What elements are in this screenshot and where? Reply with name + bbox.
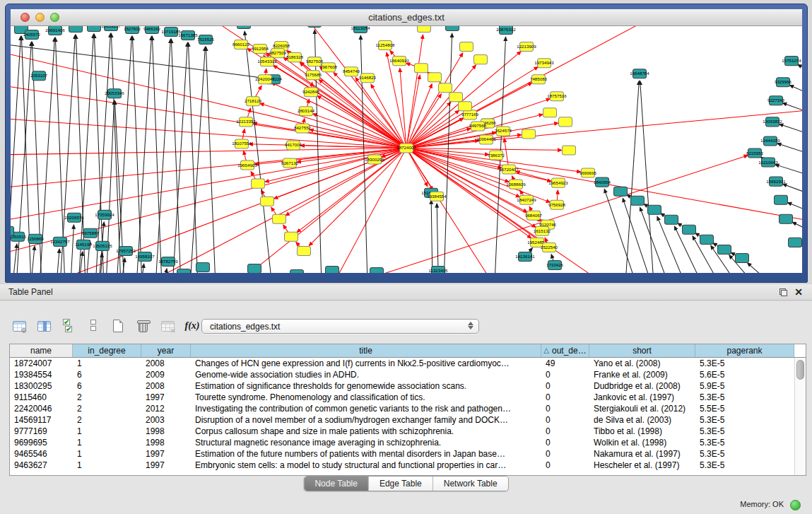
graph-node[interactable] xyxy=(285,232,298,241)
network-graph[interactable]: 2405572206914061065325715276029466162107… xyxy=(11,26,802,273)
tab-node-table[interactable]: Node Table xyxy=(304,477,368,491)
graph-node[interactable] xyxy=(261,197,274,206)
graph-node[interactable]: 18113054 xyxy=(351,26,370,33)
table-row[interactable]: 2242004622012Investigating the contribut… xyxy=(10,403,806,414)
graph-node[interactable]: 9684067 xyxy=(525,211,543,220)
graph-node[interactable] xyxy=(69,26,83,33)
graph-node[interactable]: 9227343 xyxy=(767,96,785,105)
graph-node[interactable]: 11323405 xyxy=(428,266,448,273)
table-row[interactable]: 977716911998Corpus callosum shape and si… xyxy=(10,426,806,437)
graph-node[interactable]: 8660123 xyxy=(233,40,250,49)
graph-node[interactable] xyxy=(563,146,576,155)
graph-node[interactable]: 16210643 xyxy=(758,158,778,167)
graph-node[interactable]: 8454749 xyxy=(343,67,360,76)
graph-node[interactable] xyxy=(439,83,452,93)
graph-node[interactable]: 12213392 xyxy=(236,117,256,127)
graph-node[interactable]: 2967608 xyxy=(320,63,338,72)
graph-node[interactable]: 20206576 xyxy=(64,213,84,222)
graph-node[interactable]: 9329966 xyxy=(775,78,792,87)
graph-node[interactable]: 19654903 xyxy=(237,160,257,170)
table-row[interactable]: 946362711997Embryonic stem cells: a mode… xyxy=(10,460,806,471)
float-panel-button[interactable] xyxy=(775,286,791,298)
graph-node[interactable]: 7485083 xyxy=(530,75,548,84)
graph-node[interactable]: 19654923 xyxy=(548,178,568,187)
graph-node[interactable]: 9417004 xyxy=(285,141,302,150)
graph-node[interactable]: 12093832 xyxy=(763,117,782,127)
column-header-name[interactable]: name xyxy=(10,344,73,357)
graph-node[interactable]: 13505135 xyxy=(93,241,112,250)
table-row[interactable]: 1872400712008Changes of HCN gene express… xyxy=(10,358,806,369)
graph-node[interactable] xyxy=(789,238,802,247)
column-header-title[interactable]: title xyxy=(191,344,541,357)
graph-node[interactable]: 14136141 xyxy=(515,252,535,261)
table-selector-dropdown[interactable]: citations_edges.txt xyxy=(201,319,479,334)
graph-node[interactable]: 10543312 xyxy=(257,57,277,66)
graph-node[interactable]: 19384554 xyxy=(427,192,447,201)
graph-node[interactable] xyxy=(779,214,793,223)
graph-node[interactable]: 15751074 xyxy=(782,57,801,66)
graph-node[interactable]: 9827509 xyxy=(269,49,287,58)
new-column-button[interactable] xyxy=(109,317,127,335)
column-header-pagerank[interactable]: pagerank xyxy=(695,344,794,357)
graph-node[interactable] xyxy=(614,187,628,196)
graph-node[interactable]: 9146823 xyxy=(359,74,377,83)
graph-node[interactable] xyxy=(775,195,788,204)
zoom-window-button[interactable] xyxy=(50,13,59,22)
column-header-year[interactable]: year xyxy=(141,344,191,357)
graph-nodes[interactable]: 2405572206914061065325715276029466162107… xyxy=(11,26,802,273)
graph-node[interactable]: 1145190 xyxy=(75,240,92,249)
clear-selection-button[interactable] xyxy=(84,317,102,335)
scrollbar-thumb[interactable] xyxy=(796,360,804,380)
network-view-window[interactable]: citations_edges.txt 24055722069140610653… xyxy=(5,4,808,283)
graph-node[interactable]: 8186328 xyxy=(286,53,304,62)
graph-node[interactable]: 9497568 xyxy=(469,122,487,131)
graph-node[interactable] xyxy=(326,266,339,273)
graph-node[interactable]: 8267130 xyxy=(281,158,299,168)
minimize-window-button[interactable] xyxy=(35,13,45,22)
graph-node[interactable] xyxy=(177,269,191,273)
graph-node[interactable] xyxy=(237,26,251,29)
network-canvas[interactable]: 2405572206914061065325715276029466162107… xyxy=(11,26,802,273)
table-row[interactable]: 1938455462009Genome-wide association stu… xyxy=(10,369,806,380)
graph-node[interactable] xyxy=(370,267,384,273)
graph-node[interactable]: 7386372 xyxy=(488,151,505,160)
graph-node[interactable] xyxy=(428,73,442,82)
tab-edge-table[interactable]: Edge Table xyxy=(368,477,433,491)
graph-node[interactable]: 1733426 xyxy=(546,260,564,269)
graph-node[interactable]: 10653257 xyxy=(101,26,121,31)
graph-node[interactable] xyxy=(273,214,286,223)
graph-node[interactable]: 9175685 xyxy=(305,71,322,80)
graph-node[interactable]: 15692931 xyxy=(766,177,786,186)
graph-node[interactable] xyxy=(88,26,101,32)
graph-node[interactable] xyxy=(196,262,210,271)
graph-node[interactable]: 2522540 xyxy=(541,243,558,252)
graph-node[interactable]: 9242848 xyxy=(302,88,320,97)
delete-table-button[interactable]: ✕ xyxy=(158,317,177,335)
memory-status-indicator[interactable] xyxy=(790,500,801,510)
graph-node[interactable]: 16640910 xyxy=(389,57,409,66)
select-all-button[interactable]: ✔✔ xyxy=(59,317,78,335)
graph-node[interactable]: 8215953 xyxy=(746,148,764,158)
graph-node[interactable]: 12213909 xyxy=(517,42,536,52)
graph-node[interactable]: 9756928 xyxy=(548,200,566,209)
graph-node[interactable] xyxy=(683,225,696,234)
graph-node[interactable]: 1527602 xyxy=(124,26,141,34)
graph-node[interactable]: 12342757 xyxy=(50,237,70,246)
graph-node[interactable]: 12444159 xyxy=(760,136,780,146)
graph-node[interactable]: 1156869 xyxy=(27,234,44,243)
function-builder-button[interactable]: f(x) xyxy=(183,317,201,335)
graph-node[interactable]: 16958107 xyxy=(135,252,155,261)
graph-node[interactable]: 3624574 xyxy=(495,127,512,136)
table-row[interactable]: 911546021997Tourette syndrome. Phenomeno… xyxy=(10,392,806,403)
table-row[interactable]: 1456911722003Disruption of a novel membe… xyxy=(10,414,806,426)
graph-node[interactable] xyxy=(700,235,714,244)
table-mode-button[interactable]: ⚙ xyxy=(10,317,28,335)
graph-node[interactable]: 20364486 xyxy=(476,135,496,144)
graph-node[interactable] xyxy=(648,205,661,214)
graph-node[interactable] xyxy=(449,93,463,102)
graph-node[interactable]: 18300295 xyxy=(365,155,384,164)
graph-node[interactable] xyxy=(298,246,311,255)
graph-node[interactable]: 7515526 xyxy=(197,35,215,45)
graph-node[interactable] xyxy=(543,108,557,117)
graph-node[interactable] xyxy=(415,64,428,73)
